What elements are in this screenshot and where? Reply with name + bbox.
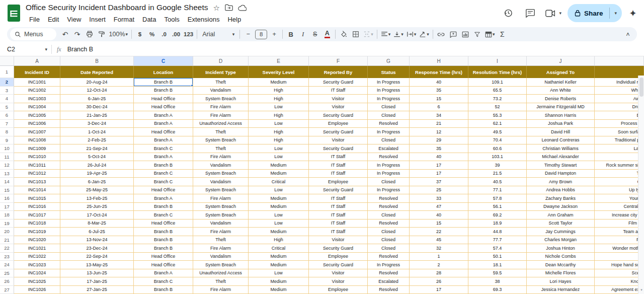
comment-history-icon[interactable] xyxy=(521,4,540,23)
cell-B4[interactable]: 6-Jan-25 xyxy=(60,95,134,103)
horizontal-align-button[interactable]: ▾ xyxy=(379,28,392,40)
header-cell-F1[interactable]: Reported By xyxy=(309,66,368,78)
cell-A16[interactable]: INC1015 xyxy=(14,194,60,203)
row-header-25[interactable]: 25 xyxy=(0,269,14,278)
cell-D27[interactable]: Fire Alarm xyxy=(193,286,249,294)
row-header-23[interactable]: 23 xyxy=(0,253,14,261)
cell-I19[interactable]: 18.9 xyxy=(468,219,527,228)
cell-E16[interactable]: Medium xyxy=(249,194,309,203)
cell-J22[interactable]: Joshua Hinton xyxy=(527,244,595,253)
column-header-I[interactable]: I xyxy=(468,56,527,66)
cell-I2[interactable]: 109.1 xyxy=(468,78,527,87)
insert-link-button[interactable] xyxy=(435,28,447,40)
cell-J7[interactable]: Joshua Park xyxy=(527,120,595,128)
cell-J4[interactable]: Denise Roberts xyxy=(527,95,595,103)
select-all-corner[interactable] xyxy=(0,56,14,66)
cell-J20[interactable]: Jay Cummings xyxy=(527,228,595,236)
row-header-19[interactable]: 19 xyxy=(0,219,14,228)
cell-I23[interactable]: 50.1 xyxy=(468,253,527,261)
cell-G24[interactable]: In Progress xyxy=(368,261,410,269)
cell-C11[interactable]: Branch A xyxy=(134,153,193,162)
cell-E3[interactable]: High xyxy=(249,87,309,95)
cell-H5[interactable]: 6 xyxy=(410,103,468,112)
header-cell-I1[interactable]: Resolution Time (hrs) xyxy=(468,66,527,78)
cell-J13[interactable]: David Hampton xyxy=(527,170,595,178)
cell-F16[interactable]: IT Staff xyxy=(309,194,368,203)
cell-G2[interactable]: In Progress xyxy=(368,78,410,87)
cell-I9[interactable]: 70.4 xyxy=(468,136,527,145)
cell-G15[interactable]: In Progress xyxy=(368,186,410,195)
cell-H7[interactable]: 21 xyxy=(410,120,468,128)
menu-format[interactable]: Format xyxy=(110,15,138,24)
cell-D14[interactable]: Vandalism xyxy=(193,178,249,186)
cell-B12[interactable]: 26-Jul-24 xyxy=(60,161,134,170)
cell-K7[interactable]: Process id xyxy=(595,120,644,128)
row-header-22[interactable]: 22 xyxy=(0,244,14,253)
cell-A6[interactable]: INC1005 xyxy=(14,111,60,120)
cell-C16[interactable]: Branch A xyxy=(134,194,193,203)
cell-H12[interactable]: 17 xyxy=(410,161,468,170)
cell-J16[interactable]: Zachary Banks xyxy=(527,194,595,203)
cell-B25[interactable]: 13-Jun-25 xyxy=(60,269,134,278)
cell-B3[interactable]: 12-Oct-24 xyxy=(60,87,134,95)
cell-B26[interactable]: 17-Jan-25 xyxy=(60,277,134,286)
cell-E24[interactable]: Medium xyxy=(249,261,309,269)
cell-I10[interactable]: 60.6 xyxy=(468,144,527,153)
cell-K24[interactable]: Hope hand sup xyxy=(595,261,644,269)
row-header-17[interactable]: 17 xyxy=(0,203,14,211)
row-header-11[interactable]: 11 xyxy=(0,153,14,162)
cell-A7[interactable]: INC1006 xyxy=(14,120,60,128)
cell-E5[interactable]: Low xyxy=(249,103,309,112)
cell-D22[interactable]: Fire Alarm xyxy=(193,244,249,253)
cell-A19[interactable]: INC1018 xyxy=(14,219,60,228)
cell-J10[interactable]: Christian Williams xyxy=(527,144,595,153)
cell-G20[interactable]: Closed xyxy=(368,228,410,236)
cell-C21[interactable]: Branch B xyxy=(134,236,193,245)
cell-I26[interactable]: 38 xyxy=(468,277,527,286)
column-header-J[interactable]: J xyxy=(527,56,595,66)
cell-C14[interactable]: Branch C xyxy=(134,178,193,186)
cell-C5[interactable]: Head Office xyxy=(134,103,193,112)
column-header-H[interactable]: H xyxy=(410,56,468,66)
row-header-1[interactable]: 1 xyxy=(0,66,14,78)
cell-A12[interactable]: INC1011 xyxy=(14,161,60,170)
cell-G26[interactable]: Escalated xyxy=(368,277,410,286)
menu-extensions[interactable]: Extensions xyxy=(184,15,223,24)
cell-F14[interactable]: Employee xyxy=(309,178,368,186)
cell-J15[interactable]: Andrea Hobbs xyxy=(527,186,595,195)
gemini-sparkle-icon[interactable]: ✦ xyxy=(629,8,637,19)
cell-E12[interactable]: Medium xyxy=(249,161,309,170)
cell-I27[interactable]: 69.3 xyxy=(468,286,527,294)
row-header-10[interactable]: 10 xyxy=(0,144,14,153)
cell-C18[interactable]: Branch C xyxy=(134,211,193,219)
table-views-button[interactable]: ▾ xyxy=(484,28,497,40)
cell-B2[interactable]: 20-Aug-24 xyxy=(60,78,134,87)
cell-F6[interactable]: Security Guard xyxy=(309,111,368,120)
cell-K4[interactable]: Awa xyxy=(595,95,644,103)
cell-H9[interactable]: 29 xyxy=(410,136,468,145)
cell-J12[interactable]: Timothy Stewart xyxy=(527,161,595,170)
cell-K26[interactable]: Know xyxy=(595,277,644,286)
share-caret-icon[interactable]: ▾ xyxy=(610,4,622,22)
cell-B11[interactable]: 5-Oct-24 xyxy=(60,153,134,162)
cell-J24[interactable]: Dean Mccarthy xyxy=(527,261,595,269)
cell-E23[interactable]: Medium xyxy=(249,253,309,261)
cell-G3[interactable]: In Progress xyxy=(368,87,410,95)
cell-K6[interactable]: By xyxy=(595,111,644,120)
cell-B7[interactable]: 3-Dec-24 xyxy=(60,120,134,128)
cell-G4[interactable]: In Progress xyxy=(368,95,410,103)
cell-K9[interactable]: Traditional pu xyxy=(595,136,644,145)
cell-C12[interactable]: Branch B xyxy=(134,161,193,170)
cell-B22[interactable]: 23-Dec-24 xyxy=(60,244,134,253)
cell-C6[interactable]: Branch A xyxy=(134,111,193,120)
cell-A5[interactable]: INC1004 xyxy=(14,103,60,112)
cell-H6[interactable]: 34 xyxy=(410,111,468,120)
cell-I6[interactable]: 55.3 xyxy=(468,111,527,120)
cell-E21[interactable]: High xyxy=(249,236,309,245)
google-sheets-logo[interactable] xyxy=(7,4,21,22)
cell-K18[interactable]: Increase city st xyxy=(595,211,644,219)
cell-K12[interactable]: Rock summer sist xyxy=(595,161,644,170)
cell-D12[interactable]: Vandalism xyxy=(193,161,249,170)
cell-H23[interactable]: 1 xyxy=(410,253,468,261)
cell-G6[interactable]: Closed xyxy=(368,111,410,120)
